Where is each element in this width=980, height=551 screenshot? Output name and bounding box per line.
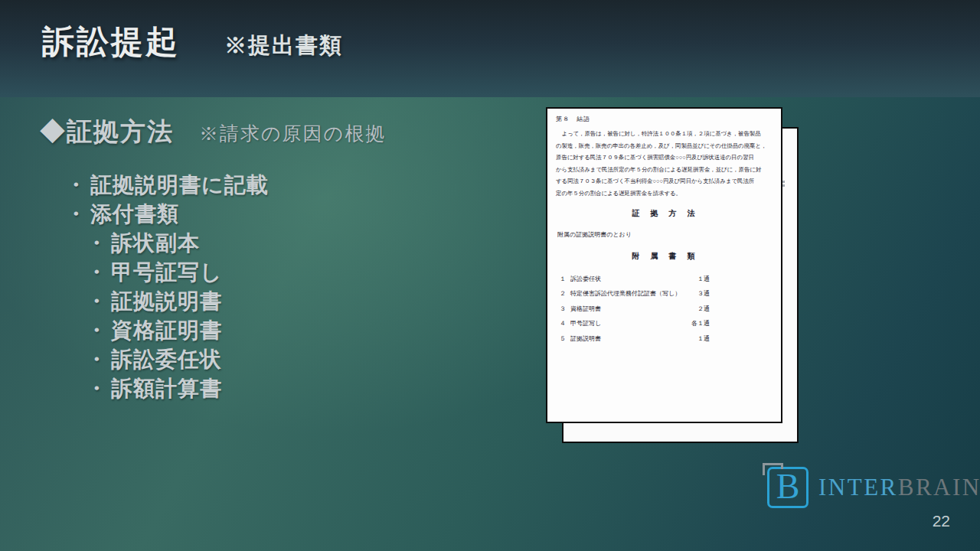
doc-attachments-list: １ 訴訟委任状 １通 ２ 特定侵害訴訟代理業務付記証書（写し） ３通 ３ 資格証…	[556, 272, 773, 347]
list-item-label: 資格証明書	[111, 316, 222, 345]
attachment-row: ４ 甲号証写し 各１通	[560, 316, 710, 331]
doc-paragraph-line: よって，原告は，被告に対し，特許法１００条１項，２項に基づき，被告製品	[556, 128, 773, 140]
attachment-count: ２通	[697, 302, 710, 317]
title-row: 訴訟提起 ※提出書類	[42, 23, 343, 61]
dot-bullet-icon: ・	[86, 287, 108, 316]
attachment-name: 資格証明書	[570, 302, 697, 317]
logo-wordmark-primary: INTER	[818, 474, 898, 500]
attachment-count: １通	[697, 331, 710, 347]
doc-paragraph: よって，原告は，被告に対し，特許法１００条１項，２項に基づき，被告製品 の製造，…	[556, 128, 773, 200]
attachment-row: ５ 証拠説明書 １通	[560, 331, 710, 347]
doc-paragraph-line: の製造，販売，販売の申出の各差止め，及び，同製品並びにその仕掛品の廃棄と，	[556, 140, 773, 152]
doc-attachments-heading: 附 属 書 類	[556, 251, 773, 262]
attachment-name: 特定侵害訴訟代理業務付記証書（写し）	[570, 286, 697, 302]
dot-bullet-icon: ・	[86, 258, 108, 287]
list-item: ・ 資格証明書	[86, 316, 386, 345]
attachment-number: ５	[560, 331, 570, 347]
page-number: 22	[933, 512, 950, 530]
dot-bullet-icon: ・	[86, 316, 108, 345]
list-item: ・ 添付書類	[65, 200, 386, 229]
list-item-label: 証拠説明書に記載	[90, 171, 269, 200]
logo-b-mark-icon: B	[767, 467, 808, 508]
title-band: 訴訟提起 ※提出書類	[0, 0, 980, 97]
document-page-front: 第８ 結語 よって，原告は，被告に対し，特許法１００条１項，２項に基づき，被告製…	[546, 107, 782, 423]
doc-evidence-heading: 証 拠 方 法	[556, 208, 773, 219]
attachment-row: ２ 特定侵害訴訟代理業務付記証書（写し） ３通	[560, 286, 710, 302]
attachment-number: ２	[560, 286, 570, 302]
attachment-number: １	[560, 272, 570, 287]
attachment-name: 証拠説明書	[570, 331, 697, 347]
attachment-row: １ 訴訟委任状 １通	[560, 272, 710, 287]
dot-bullet-icon: ・	[86, 345, 108, 374]
list-item: ・ 証拠説明書に記載	[65, 171, 386, 200]
doc-paragraph-line: 定の年５分の割合による遅延損害金を請求する。	[556, 187, 773, 200]
list-item-label: 訴状副本	[111, 229, 200, 258]
outline-list: ・ 証拠説明書に記載 ・ 添付書類 ・ 訴状副本 ・ 甲号証写し ・ 証拠説明書…	[40, 171, 386, 403]
list-item-label: 訴額計算書	[111, 374, 222, 403]
dot-bullet-icon: ・	[65, 171, 87, 200]
attachment-count: 各１通	[691, 316, 710, 331]
outline-heading: ◆証拠方法 ※請求の原因の根拠	[40, 115, 386, 149]
doc-paragraph-line: 原告に対する民法７０９条に基づく損害賠償金○○○円及び訴状送達の日の翌日	[556, 152, 773, 164]
list-item-label: 甲号証写し	[111, 258, 223, 287]
list-item: ・ 訴状副本	[86, 229, 386, 258]
dot-bullet-icon: ・	[65, 200, 87, 229]
slide-title: 訴訟提起	[42, 23, 180, 61]
dot-bullet-icon: ・	[86, 374, 108, 403]
attachment-number: ４	[560, 316, 570, 331]
list-item: ・ 訴訟委任状	[86, 345, 386, 374]
list-item: ・ 甲号証写し	[86, 258, 386, 287]
attachment-name: 甲号証写し	[570, 316, 691, 331]
outline-heading-text: 証拠方法	[67, 117, 174, 145]
doc-evidence-note: 附属の証拠説明書のとおり	[557, 230, 773, 239]
list-item-label: 添付書類	[90, 200, 179, 229]
list-item-label: 証拠説明書	[111, 287, 222, 316]
logo-wordmark-secondary: BRAIN	[898, 474, 980, 500]
attachment-row: ３ 資格証明書 ２通	[560, 302, 710, 317]
logo-bracket-icon	[763, 463, 783, 475]
presentation-slide: 訴訟提起 ※提出書類 ◆証拠方法 ※請求の原因の根拠 ・ 証拠説明書に記載 ・ …	[0, 0, 980, 551]
outline-heading-label: ◆証拠方法	[40, 115, 174, 149]
list-item-label: 訴訟委任状	[111, 345, 222, 374]
attachment-number: ３	[560, 302, 570, 317]
outline-heading-note: ※請求の原因の根拠	[199, 121, 386, 146]
list-item: ・ 証拠説明書	[86, 287, 386, 316]
logo-wordmark: INTERBRAIN	[818, 474, 980, 501]
attachment-name: 訴訟委任状	[570, 272, 697, 287]
attachment-count: ３通	[697, 286, 710, 302]
slide-subtitle: ※提出書類	[224, 31, 343, 61]
diamond-bullet-icon: ◆	[40, 117, 67, 145]
list-item: ・ 訴額計算書	[86, 374, 386, 403]
doc-paragraph-line: する同法７０３条に基づく不当利得金○○○円及び同日から支払済みまで民法所	[556, 175, 773, 187]
interbrain-logo: B INTERBRAIN	[767, 467, 980, 508]
outline: ◆証拠方法 ※請求の原因の根拠 ・ 証拠説明書に記載 ・ 添付書類 ・ 訴状副本…	[40, 115, 386, 403]
doc-paragraph-line: から支払済みまで民法所定の年５分の割合による遅延損害金，並びに，原告に対	[556, 164, 773, 176]
dot-bullet-icon: ・	[86, 229, 108, 258]
attachment-count: １通	[697, 272, 710, 287]
doc-section-title: 第８ 結語	[556, 115, 773, 123]
